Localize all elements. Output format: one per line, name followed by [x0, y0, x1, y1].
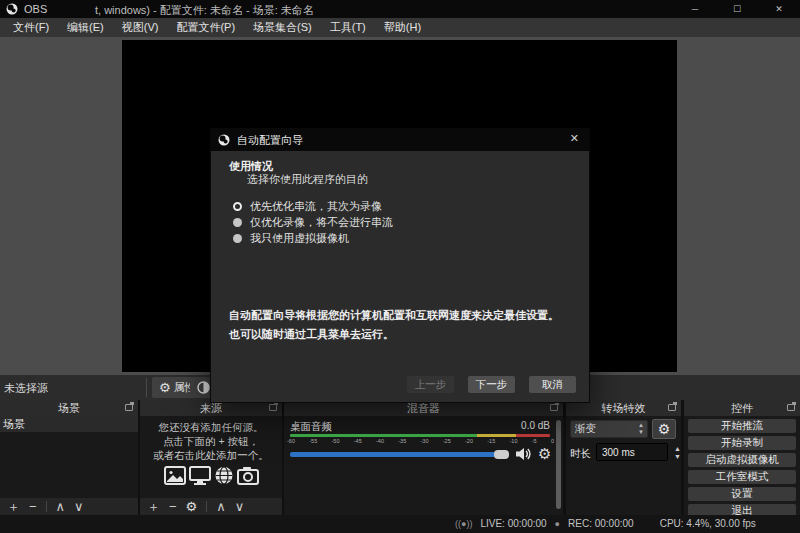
tick: -30 [421, 438, 429, 444]
display-icon [189, 466, 211, 485]
back-button[interactable]: 上一步 [407, 376, 454, 393]
radio-unselected-icon[interactable] [233, 234, 242, 243]
tick: -45 [354, 438, 362, 444]
cancel-button[interactable]: 取消 [529, 376, 576, 393]
image-icon [164, 466, 186, 485]
obs-logo-icon [218, 134, 230, 146]
duration-spinbox[interactable]: 300 ms ▲▼ [596, 443, 668, 461]
settings-button[interactable]: 设置 [688, 487, 796, 501]
wizard-info-line2: 也可以随时通过工具菜单去运行。 [229, 327, 394, 342]
tick: -35 [398, 438, 406, 444]
tick: -20 [465, 438, 473, 444]
tick: -25 [443, 438, 451, 444]
menu-scene-collection[interactable]: 场景集合(S) [244, 18, 321, 37]
record-dot-icon: ● [555, 519, 560, 529]
sources-panel: 来源 您还没有添加任何源。 点击下面的 + 按钮， 或者右击此处添加一个。 ＋ … [140, 400, 282, 515]
audio-level-db: 0.0 dB [521, 420, 550, 431]
radio-unselected-icon[interactable] [233, 218, 242, 227]
menu-file[interactable]: 文件(F) [4, 18, 58, 37]
camera-icon [237, 466, 259, 485]
broadcast-icon: ((●)) [455, 519, 472, 529]
add-source-button[interactable]: ＋ [147, 500, 160, 513]
start-recording-button[interactable]: 开始录制 [688, 436, 796, 450]
tick: -5 [532, 438, 537, 444]
scenes-header[interactable]: 场景 [0, 400, 138, 416]
mixer-scrollbar[interactable] [556, 420, 561, 509]
toolbar-divider [146, 378, 147, 397]
radio-selected-icon[interactable] [233, 202, 242, 211]
next-button[interactable]: 下一步 [468, 376, 515, 393]
transition-select-value: 渐变 [575, 422, 596, 436]
mixer-panel: 混音器 桌面音频 0.0 dB -60 -55 -50 -45 -40 -35 … [284, 400, 563, 515]
popout-icon[interactable] [125, 404, 133, 411]
remove-scene-button[interactable]: − [29, 500, 37, 513]
audio-channel-name: 桌面音频 [290, 420, 332, 434]
add-scene-button[interactable]: ＋ [7, 500, 20, 513]
scenes-toolbar: ＋ − ∧ ∨ [0, 498, 138, 515]
obs-logo-icon [6, 3, 18, 15]
remove-source-button[interactable]: − [169, 500, 177, 513]
tick: -15 [487, 438, 495, 444]
controls-title: 控件 [731, 401, 753, 416]
sources-empty-hint: 您还没有添加任何源。 点击下面的 + 按钮， 或者右击此处添加一个。 [140, 420, 282, 462]
menu-tools[interactable]: 工具(T) [321, 18, 375, 37]
toolbar-separator [206, 501, 207, 512]
transition-settings-button[interactable]: ⚙ [652, 419, 676, 439]
minimize-button[interactable]: ─ [674, 0, 716, 18]
transitions-title: 转场特效 [602, 401, 646, 416]
scene-list-item[interactable]: 场景 [0, 416, 138, 432]
globe-icon [214, 466, 234, 485]
sources-empty-line2: 点击下面的 + 按钮， [140, 434, 282, 448]
meter-tick-labels: -60 -55 -50 -45 -40 -35 -30 -25 -20 -15 … [287, 438, 554, 444]
menu-profile[interactable]: 配置文件(P) [167, 18, 244, 37]
popout-icon[interactable] [550, 404, 558, 411]
transitions-panel: 转场特效 渐变 ▲▼ ⚙ 时长 300 ms ▲▼ [566, 400, 681, 515]
source-up-button[interactable]: ∧ [216, 500, 226, 513]
transition-select[interactable]: 渐变 ▲▼ [570, 420, 648, 438]
menu-bar: 文件(F) 编辑(E) 视图(V) 配置文件(P) 场景集合(S) 工具(T) … [0, 18, 800, 37]
menu-help[interactable]: 帮助(H) [375, 18, 430, 37]
source-down-button[interactable]: ∨ [235, 500, 245, 513]
menu-view[interactable]: 视图(V) [113, 18, 168, 37]
spinner-arrows-icon[interactable]: ▲▼ [674, 444, 681, 462]
radio-label: 我只使用虚拟摄像机 [250, 231, 349, 246]
dialog-title-bar[interactable]: 自动配置向导 ✕ [211, 129, 589, 151]
dock-row: 场景 场景 ＋ − ∧ ∨ 来源 您还没有添加任何源。 点击下面的 + 按 [0, 400, 800, 515]
scene-down-button[interactable]: ∨ [74, 500, 84, 513]
close-button[interactable]: ✕ [758, 0, 800, 18]
tick: -50 [332, 438, 340, 444]
radio-virtual-camera-only[interactable]: 我只使用虚拟摄像机 [233, 231, 349, 246]
controls-panel: 控件 开始推流 开始录制 启动虚拟摄像机 工作室模式 设置 退出 [684, 400, 800, 515]
studio-mode-button[interactable]: 工作室模式 [688, 470, 796, 484]
popout-icon[interactable] [787, 404, 795, 411]
controls-header[interactable]: 控件 [684, 400, 800, 416]
scene-up-button[interactable]: ∧ [56, 500, 66, 513]
tick: -40 [376, 438, 384, 444]
volume-slider-track[interactable] [290, 452, 496, 457]
popout-icon[interactable] [668, 404, 676, 411]
speaker-icon[interactable] [515, 447, 532, 461]
menu-edit[interactable]: 编辑(E) [58, 18, 113, 37]
wizard-info-line1: 自动配置向导将根据您的计算机配置和互联网速度来决定最佳设置。 [229, 308, 559, 323]
dialog-button-row: 上一步 下一步 取消 [407, 376, 576, 393]
auto-config-wizard-dialog: 自动配置向导 ✕ 使用情况 选择你使用此程序的目的 优先优化串流，其次为录像 仅… [210, 128, 590, 403]
dialog-close-icon[interactable]: ✕ [570, 132, 579, 145]
tick: 0 [551, 438, 554, 444]
status-bar: ((●)) LIVE: 00:00:00 ● REC: 00:00:00 CPU… [0, 515, 800, 533]
start-streaming-button[interactable]: 开始推流 [688, 419, 796, 433]
scene-item-label: 场景 [3, 417, 25, 432]
duration-label: 时长 [570, 447, 591, 461]
mixer-gear-icon[interactable]: ⚙ [538, 446, 551, 461]
tick: -55 [309, 438, 317, 444]
start-virtual-camera-button[interactable]: 启动虚拟摄像机 [688, 453, 796, 467]
tick: -10 [510, 438, 518, 444]
source-properties-icon[interactable]: ⚙ [186, 500, 198, 513]
rec-time: REC: 00:00:00 [568, 518, 634, 529]
volume-slider-handle[interactable] [494, 450, 509, 459]
maximize-button[interactable]: ☐ [716, 0, 758, 18]
popout-icon[interactable] [269, 404, 277, 411]
volume-meter [290, 434, 550, 437]
radio-optimize-recording[interactable]: 仅优化录像，将不会进行串流 [233, 215, 393, 230]
radio-optimize-streaming[interactable]: 优先优化串流，其次为录像 [233, 199, 382, 214]
obs-window: OBS t, windows) - 配置文件: 未命名 - 场景: 未命名 ─ … [0, 0, 800, 533]
